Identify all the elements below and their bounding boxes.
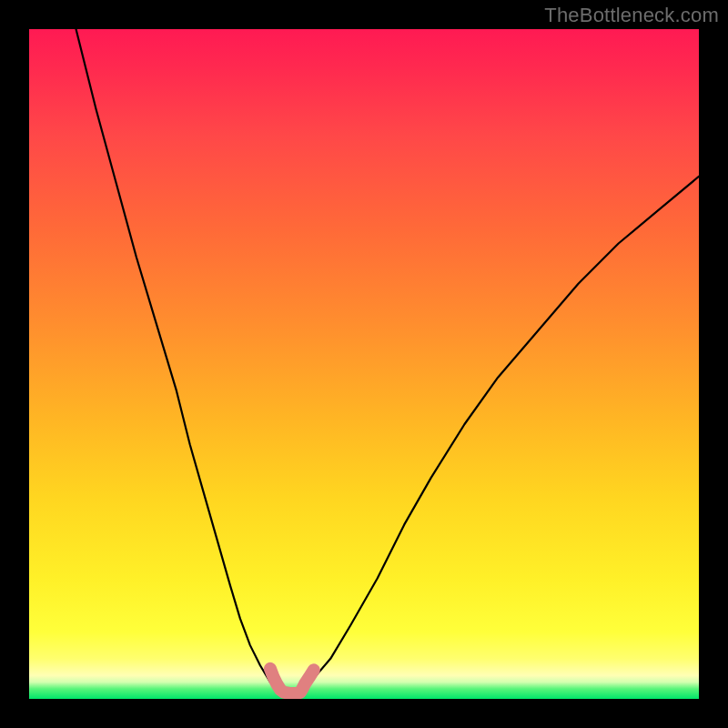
right-curve [297,177,699,693]
chart-frame: TheBottleneck.com [0,0,728,728]
left-curve [76,29,280,693]
plot-area [29,29,699,699]
highlight-segment [270,669,314,693]
curve-layer [29,29,699,699]
watermark-text: TheBottleneck.com [544,4,719,27]
